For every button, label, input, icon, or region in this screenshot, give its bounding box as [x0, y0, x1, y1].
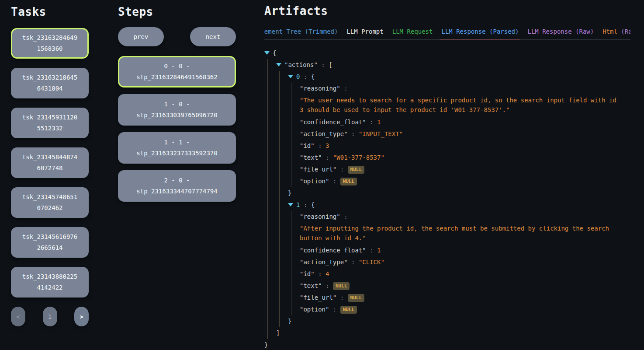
- tree-guide-line: [279, 128, 288, 140]
- tree-guide-line: [291, 83, 300, 94]
- tree-guide-line: [279, 280, 288, 292]
- tree-row-content: }: [288, 315, 291, 327]
- tree-row-content: 0 : {: [296, 71, 315, 83]
- tree-row: "text" : "W01-377-8537": [264, 152, 630, 164]
- tree-guide-line: [267, 245, 276, 256]
- tree-row-content: "file_url" : NULL: [300, 164, 364, 175]
- next-step-button[interactable]: next: [190, 27, 236, 46]
- token-key: "reasoning": [300, 213, 340, 220]
- step-id-label: 0 - 0 - stp_231632846491568362: [124, 61, 230, 83]
- task-button[interactable]: tsk_231632846491568360: [11, 28, 89, 59]
- tree-guide-line: [267, 187, 276, 199]
- expander-arrow-icon[interactable]: [264, 51, 270, 55]
- tasks-pagination: < 1 >: [11, 307, 89, 326]
- null-badge: NULL: [348, 294, 365, 302]
- tree-row-content: ]: [276, 327, 280, 339]
- token-num: 1: [377, 247, 381, 254]
- tree-guide-line: [279, 223, 288, 245]
- tree-guide-line: [291, 116, 300, 128]
- tree-row: "id" : 3: [264, 140, 630, 152]
- tasks-title: Tasks: [11, 5, 118, 18]
- tree-row-content: 1 : {: [296, 199, 315, 211]
- tree-guide-line: [267, 152, 276, 164]
- token-num: 3: [325, 142, 329, 149]
- token-key: "id": [300, 142, 315, 149]
- tree-guide-line: [279, 199, 288, 211]
- tree-guide-line: [267, 292, 276, 304]
- tree-guide-line: [291, 268, 300, 280]
- task-button[interactable]: tsk_231458448746072748: [11, 147, 89, 178]
- token-punc: {: [311, 201, 315, 208]
- tree-guide-line: [267, 116, 276, 128]
- tree-row: "The user needs to search for a specific…: [264, 94, 630, 116]
- token-key: "file_url": [300, 294, 336, 301]
- pagination-prev-button[interactable]: <: [11, 307, 25, 326]
- tree-guide-line: [279, 152, 288, 164]
- tree-guide-line: [267, 327, 276, 339]
- task-id-label: tsk_231459311205512332: [21, 112, 79, 134]
- tab-label: Element Tree (Trimmed): [264, 28, 338, 35]
- task-id-label: tsk_231458448746072748: [21, 152, 79, 174]
- pagination-next-button[interactable]: >: [74, 307, 89, 326]
- token-colon: :: [329, 178, 340, 185]
- task-button[interactable]: tsk_231456169762665614: [11, 227, 89, 258]
- tab-element-tree-trimmed[interactable]: Element Tree (Trimmed): [264, 28, 338, 35]
- step-id-label: 2 - 0 - stp_231633344707774794: [124, 175, 230, 197]
- token-colon: :: [340, 213, 348, 220]
- step-button[interactable]: 2 - 0 - stp_231633344707774794: [118, 170, 236, 202]
- task-button[interactable]: tsk_231459311205512332: [11, 108, 89, 138]
- tab-llm-prompt[interactable]: LLM Prompt: [346, 28, 384, 35]
- tree-guide-line: [279, 116, 288, 128]
- token-key: "action_type": [300, 130, 348, 137]
- token-colon: :: [329, 306, 340, 313]
- tab-label: LLM Request: [392, 28, 433, 35]
- tree-row-content: "reasoning" :: [300, 83, 348, 94]
- tree-guide-line: [267, 71, 276, 83]
- prev-step-button[interactable]: prev: [118, 27, 164, 46]
- tree-guide-line: [291, 140, 300, 152]
- tab-html-raw[interactable]: Html (Raw): [602, 28, 630, 35]
- tab-llm-response-parsed[interactable]: LLM Response (Parsed): [441, 28, 519, 35]
- tree-guide-line: [279, 245, 288, 256]
- tree-row-content: "file_url" : NULL: [300, 292, 364, 304]
- task-id-label: tsk_231456169762665614: [21, 231, 79, 253]
- tab-label: LLM Response (Raw): [527, 28, 594, 35]
- tree-guide-line: [279, 140, 288, 152]
- step-button[interactable]: 1 - 0 - stp_231633039765096720: [118, 94, 236, 126]
- tab-label-suffix: (Raw): [617, 28, 630, 35]
- tree-guide-line: [279, 83, 288, 94]
- tree-guide-line: [267, 59, 276, 71]
- tab-label: LLM Response (Parsed): [441, 28, 519, 35]
- tab-llm-response-raw[interactable]: LLM Response (Raw): [527, 28, 594, 35]
- token-punc: {: [273, 49, 276, 56]
- tree-row: "option" : NULL: [264, 175, 630, 187]
- pagination-page-1-button[interactable]: 1: [43, 307, 57, 326]
- tree-guide-line: [291, 128, 300, 140]
- expander-arrow-icon[interactable]: [288, 203, 293, 206]
- expander-arrow-icon[interactable]: [288, 75, 293, 78]
- expander-arrow-icon[interactable]: [276, 63, 281, 66]
- tree-guide-line: [279, 268, 288, 280]
- token-key: "confidence_float": [300, 247, 366, 254]
- tree-row: "file_url" : NULL: [264, 292, 630, 304]
- token-str: "The user needs to search for a specific…: [300, 97, 620, 113]
- task-id-label: tsk_231438802254142422: [21, 271, 79, 293]
- token-key: "confidence_float": [300, 119, 366, 126]
- token-key: "actions": [284, 61, 318, 68]
- task-button[interactable]: tsk_231457486510702462: [11, 187, 89, 218]
- task-button[interactable]: tsk_231438802254142422: [11, 267, 89, 298]
- tree-row: ]: [264, 327, 630, 339]
- tree-row-content: "action_type" : "CLICK": [300, 256, 384, 268]
- tree-row: "file_url" : NULL: [264, 164, 630, 175]
- tree-guide-line: [279, 175, 288, 187]
- token-colon: :: [315, 270, 325, 277]
- step-button[interactable]: 0 - 0 - stp_231632846491568362: [118, 56, 236, 88]
- tree-row-content: "actions" : [: [284, 59, 332, 71]
- tree-guide-line: [279, 71, 288, 83]
- tab-llm-request[interactable]: LLM Request: [392, 28, 433, 35]
- step-button[interactable]: 1 - 1 - stp_231633237333592370: [118, 132, 236, 164]
- token-punc: }: [288, 318, 291, 325]
- task-button[interactable]: tsk_231632186456431804: [11, 68, 89, 98]
- tree-guide-line: [267, 175, 276, 187]
- tree-guide-line: [291, 304, 300, 315]
